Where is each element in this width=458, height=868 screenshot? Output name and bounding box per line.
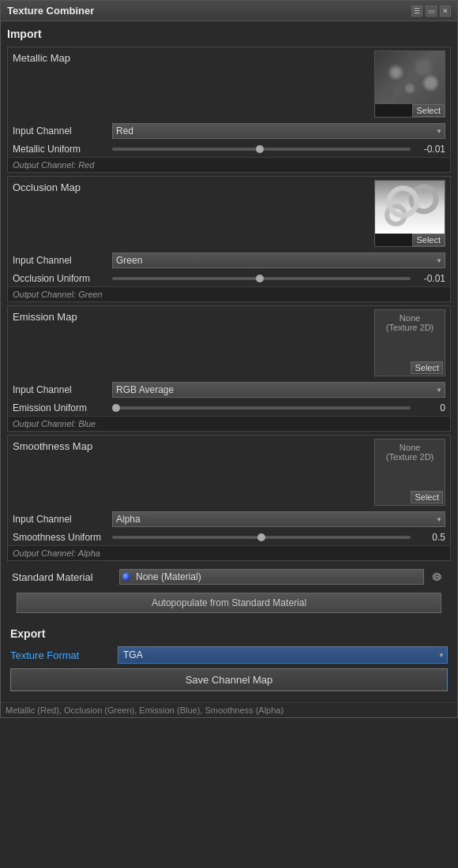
metallic-texture-preview xyxy=(375,51,445,104)
autopopulate-button[interactable]: Autopopulate from Standard Material xyxy=(17,593,441,613)
occlusion-input-channel-label: Input Channel xyxy=(13,255,107,266)
metallic-channel-row: Input Channel Red Green Blue Alpha RGB A… xyxy=(8,121,450,141)
export-section-title: Export xyxy=(10,627,448,640)
emission-map-section: Emission Map None(Texture 2D) Select Inp… xyxy=(7,305,451,432)
occlusion-map-label: Occlusion Map xyxy=(13,180,370,193)
smoothness-select-button[interactable]: Select xyxy=(411,491,443,503)
occlusion-map-section: Occlusion Map Select Input Channel Red G… xyxy=(7,176,451,302)
occlusion-uniform-row: Occlusion Uniform -0.01 xyxy=(8,271,450,286)
emission-output-channel: Output Channel: Blue xyxy=(8,416,450,431)
emission-map-thumbnail: None(Texture 2D) Select xyxy=(374,309,445,376)
smoothness-slider-container: 0.5 xyxy=(112,532,445,543)
emission-uniform-label: Emission Uniform xyxy=(13,402,107,413)
smoothness-uniform-label: Smoothness Uniform xyxy=(13,532,107,543)
occlusion-input-channel-select[interactable]: Red Green Blue Alpha RGB Average xyxy=(112,253,445,268)
smoothness-uniform-row: Smoothness Uniform 0.5 xyxy=(8,529,450,545)
metallic-output-channel: Output Channel: Red xyxy=(8,157,450,172)
smoothness-channel-row: Input Channel Red Green Blue Alpha RGB A… xyxy=(8,509,450,529)
metallic-uniform-row: Metallic Uniform -0.01 xyxy=(8,141,450,157)
emission-input-channel-wrapper: Red Green Blue Alpha RGB Average xyxy=(112,382,445,398)
smoothness-none-text: None(Texture 2D) xyxy=(386,443,434,462)
emission-slider-container: 0 xyxy=(112,402,445,413)
occlusion-output-channel: Output Channel: Green xyxy=(8,286,450,301)
occlusion-uniform-label: Occlusion Uniform xyxy=(13,273,107,284)
occlusion-texture-preview xyxy=(375,181,445,234)
standard-material-row: Standard Material None (Material) ⚙ xyxy=(7,564,451,589)
emission-uniform-row: Emission Uniform 0 xyxy=(8,400,450,416)
occlusion-map-top-row: Occlusion Map Select xyxy=(8,177,450,250)
texture-format-row: Texture Format TGA PNG JPG EXR xyxy=(10,646,448,664)
occlusion-slider-container: -0.01 xyxy=(112,273,445,284)
smoothness-input-channel-label: Input Channel xyxy=(13,514,107,525)
autopopulate-wrapper: Autopopulate from Standard Material xyxy=(7,589,451,621)
texture-format-select[interactable]: TGA PNG JPG EXR xyxy=(118,646,448,664)
smoothness-map-section: Smoothness Map None(Texture 2D) Select I… xyxy=(7,435,451,561)
standard-material-label: Standard Material xyxy=(12,571,114,583)
title-bar-left: Texture Combiner xyxy=(7,5,94,17)
metallic-uniform-label: Metallic Uniform xyxy=(13,144,107,155)
occlusion-select-button[interactable]: Select xyxy=(412,234,445,246)
emission-channel-row: Input Channel Red Green Blue Alpha RGB A… xyxy=(8,380,450,400)
metallic-input-channel-label: Input Channel xyxy=(13,125,107,137)
emission-map-top-row: Emission Map None(Texture 2D) Select xyxy=(8,306,450,380)
title-bar: Texture Combiner ☰ ▭ ✕ xyxy=(1,1,457,21)
smoothness-map-label: Smoothness Map xyxy=(13,439,370,452)
save-channel-map-button[interactable]: Save Channel Map xyxy=(10,668,448,691)
emission-none-text: None(Texture 2D) xyxy=(386,313,434,332)
smoothness-input-channel-wrapper: Red Green Blue Alpha RGB Average xyxy=(112,511,445,527)
smoothness-map-thumbnail: None(Texture 2D) Select xyxy=(374,439,445,506)
metallic-select-button[interactable]: Select xyxy=(412,104,445,117)
smoothness-map-top-row: Smoothness Map None(Texture 2D) Select xyxy=(8,436,450,509)
standard-material-select[interactable]: None (Material) xyxy=(119,569,424,585)
occlusion-channel-row: Input Channel Red Green Blue Alpha RGB A… xyxy=(8,250,450,271)
metallic-input-channel-wrapper: Red Green Blue Alpha RGB Average xyxy=(112,123,445,139)
occlusion-input-channel-wrapper: Red Green Blue Alpha RGB Average xyxy=(112,253,445,268)
occlusion-uniform-slider[interactable] xyxy=(112,277,411,280)
metallic-map-label: Metallic Map xyxy=(13,51,370,64)
metallic-map-top-row: Metallic Map Select xyxy=(8,47,450,121)
occlusion-uniform-value: -0.01 xyxy=(414,273,445,284)
smoothness-uniform-slider[interactable] xyxy=(112,536,411,539)
emission-select-button[interactable]: Select xyxy=(411,361,443,374)
emission-uniform-slider[interactable] xyxy=(112,406,411,410)
close-icon[interactable]: ✕ xyxy=(440,6,451,17)
emission-uniform-value: 0 xyxy=(414,402,445,413)
emission-input-channel-label: Input Channel xyxy=(13,384,107,395)
export-section: Export Texture Format TGA PNG JPG EXR Sa… xyxy=(7,627,451,696)
metallic-uniform-value: -0.01 xyxy=(414,144,445,155)
smoothness-uniform-value: 0.5 xyxy=(414,532,445,543)
smoothness-output-channel: Output Channel: Alpha xyxy=(8,545,450,560)
import-section-title: Import xyxy=(7,28,451,40)
window-title: Texture Combiner xyxy=(7,5,94,17)
title-bar-controls: ☰ ▭ ✕ xyxy=(411,6,451,17)
emission-input-channel-select[interactable]: Red Green Blue Alpha RGB Average xyxy=(112,382,445,398)
footer-info: Metallic (Red), Occlusion (Green), Emiss… xyxy=(1,702,457,717)
texture-combiner-window: Texture Combiner ☰ ▭ ✕ Import Metallic M… xyxy=(0,0,458,718)
standard-material-select-wrapper: None (Material) xyxy=(119,569,424,585)
metallic-slider-container: -0.01 xyxy=(112,144,445,155)
metallic-uniform-slider[interactable] xyxy=(112,148,411,151)
smoothness-input-channel-select[interactable]: Red Green Blue Alpha RGB Average xyxy=(112,511,445,527)
texture-format-select-wrapper: TGA PNG JPG EXR xyxy=(118,646,448,664)
main-content: Import Metallic Map Select Input Channel… xyxy=(1,21,457,702)
metallic-map-thumbnail: Select xyxy=(374,51,445,118)
list-icon[interactable]: ☰ xyxy=(411,6,422,17)
emission-map-label: Emission Map xyxy=(13,309,370,323)
metallic-input-channel-select[interactable]: Red Green Blue Alpha RGB Average xyxy=(112,123,445,139)
texture-format-label: Texture Format xyxy=(10,649,113,661)
metallic-map-section: Metallic Map Select Input Channel Red Gr… xyxy=(7,47,451,173)
minimize-icon[interactable]: ▭ xyxy=(426,6,437,17)
occlusion-map-thumbnail: Select xyxy=(374,180,445,247)
